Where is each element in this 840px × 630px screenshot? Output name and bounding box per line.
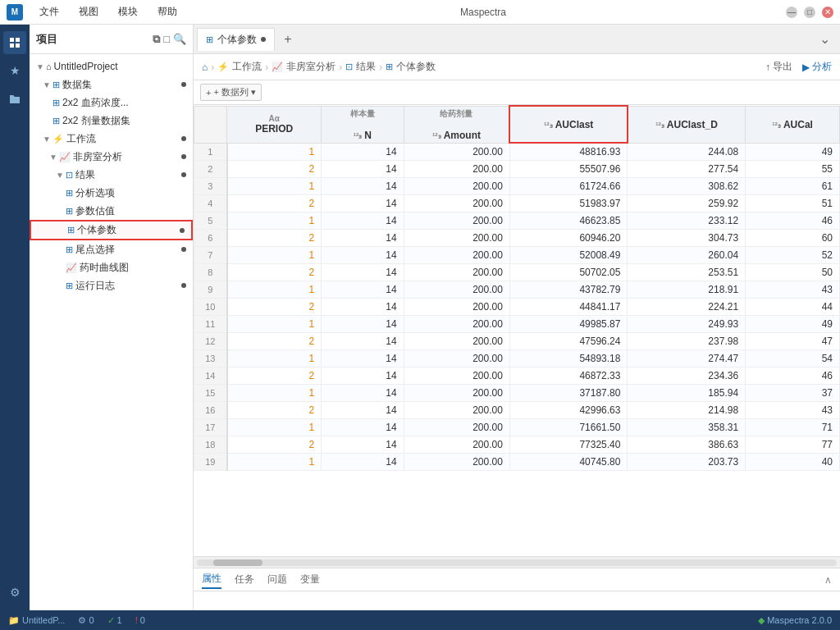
icon-sidebar: ★ ⚙ [0,25,30,610]
cell-auclast-d: 237.98 [628,333,746,350]
cell-auclast-d: 185.94 [628,385,746,402]
tree-node-tail-selection[interactable]: ⊞ 尾点选择 [30,240,193,258]
tree-node-project[interactable]: ▼ ⌂ UntitledProject [30,57,193,75]
tab-add-button[interactable]: + [276,28,299,51]
cell-amount: 200.00 [404,230,509,247]
cell-period: 2 [227,230,322,247]
tree-node-dose[interactable]: ⊞ 2x2 剂量数据集 [30,112,193,130]
table-icon: ⊞ [66,206,73,217]
table-row[interactable]: 18 2 14 200.00 77325.40 386.63 77 [194,436,840,454]
table-row[interactable]: 7 1 14 200.00 52008.49 260.04 52 [194,247,840,264]
table-row[interactable]: 17 1 14 200.00 71661.50 358.31 71 [194,419,840,436]
breadcrumb-table-icon: ⊞ [386,62,393,72]
analyze-button[interactable]: ▶ 分析 [802,60,832,74]
row-number: 1 [194,143,227,161]
col-header-aucal[interactable]: ¹²₃ AUCal [746,106,840,143]
menu-module[interactable]: 模块 [115,3,141,21]
bottom-tab-variables[interactable]: 变量 [300,571,320,588]
data-table-container[interactable]: Aα PERIOD 样本量 ¹²₃ N 给药剂量 ¹²₃ [194,105,840,556]
table-row[interactable]: 2 2 14 200.00 55507.96 277.54 55 [194,161,840,178]
col-header-auclast-d[interactable]: ¹²₃ AUClast_D [628,106,746,143]
collapse-icon[interactable]: ∧ [824,574,832,586]
cell-amount: 200.00 [404,350,509,368]
export-button[interactable]: ↑ 导出 [765,60,792,74]
scroll-track[interactable] [197,559,837,566]
cell-auclast: 47596.24 [509,333,628,350]
tab-dot [261,37,266,42]
close-button[interactable]: ✕ [822,7,833,18]
status-bar: 📁 UntitledP... ⚙ 0 ✓ 1 ! 0 ◆ Maspectra 2… [0,610,840,630]
minimize-button[interactable]: — [786,7,797,18]
table-row[interactable]: 16 2 14 200.00 42996.63 214.98 43 [194,402,840,419]
tree-node-individual-param[interactable]: ⊞ 个体参数 [30,220,193,240]
cell-n: 14 [322,385,404,402]
breadcrumb-workflow[interactable]: 工作流 [232,60,262,74]
col-header-auclast[interactable]: ¹²₃ AUClast [509,106,628,143]
bottom-tab-tasks[interactable]: 任务 [235,571,254,588]
cell-aucal: 44 [746,299,840,316]
col-header-period[interactable]: Aα PERIOD [227,106,322,143]
menu-file[interactable]: 文件 [36,3,62,21]
cell-auclast: 55507.96 [509,161,628,178]
bottom-tab-properties[interactable]: 属性 [202,570,221,589]
tree-node-pk-curve[interactable]: 📈 药时曲线图 [30,258,193,276]
table-row[interactable]: 3 1 14 200.00 61724.66 308.62 61 [194,178,840,195]
tree-node-run-log[interactable]: ⊞ 运行日志 [30,276,193,294]
sidebar-icon-star[interactable]: ★ [3,59,26,82]
menu-view[interactable]: 视图 [75,3,102,21]
breadcrumb-result[interactable]: 结果 [356,60,376,74]
cell-period: 2 [227,368,322,385]
breadcrumb-sep2: › [265,62,268,73]
table-row[interactable]: 9 1 14 200.00 43782.79 218.91 43 [194,281,840,299]
tree-node-result[interactable]: ▼ ⊡ 结果 [30,166,193,184]
col-header-amount[interactable]: 给药剂量 ¹²₃ Amount [404,106,509,143]
tree-node-nca[interactable]: ▼ 📈 非房室分析 [30,148,193,166]
svg-rect-3 [16,43,20,48]
table-row[interactable]: 4 2 14 200.00 51983.97 259.92 51 [194,195,840,212]
tree-node-concentration[interactable]: ⊞ 2x2 血药浓度... [30,94,193,112]
tree-copy-icon[interactable]: ⧉ [153,33,160,46]
tree-node-workflow[interactable]: ▼ ⚡ 工作流 [30,130,193,148]
tree-add-icon[interactable]: □ [163,33,170,46]
scroll-thumb[interactable] [213,559,262,566]
cell-auclast-d: 234.36 [628,368,746,385]
tab-menu-button[interactable]: ⌄ [813,31,837,47]
cell-auclast-d: 260.04 [628,247,746,264]
horizontal-scrollbar[interactable] [194,556,840,568]
cell-amount: 200.00 [404,212,509,230]
table-row[interactable]: 11 1 14 200.00 49985.87 249.93 49 [194,316,840,333]
tab-individual-param[interactable]: ⊞ 个体参数 [197,28,275,51]
table-row[interactable]: 19 1 14 200.00 40745.80 203.73 40 [194,454,840,471]
home-icon[interactable]: ⌂ [202,62,208,73]
tree-search-icon[interactable]: 🔍 [173,33,186,46]
table-row[interactable]: 13 1 14 200.00 54893.18 274.47 54 [194,350,840,368]
cell-n: 14 [322,316,404,333]
add-col-button[interactable]: + + 数据列 ▾ [200,84,262,101]
cell-auclast-d: 386.63 [628,436,746,454]
sidebar-icon-folder[interactable] [3,87,26,110]
table-row[interactable]: 8 2 14 200.00 50702.05 253.51 50 [194,264,840,281]
maximize-button[interactable]: □ [804,7,815,18]
sidebar-icon-settings[interactable]: ⚙ [3,581,26,604]
table-row[interactable]: 14 2 14 200.00 46872.33 234.36 46 [194,368,840,385]
table-row[interactable]: 6 2 14 200.00 60946.20 304.73 60 [194,230,840,247]
cell-aucal: 37 [746,385,840,402]
task-icon: ⚙ [78,615,86,626]
table-row[interactable]: 10 2 14 200.00 44841.17 224.21 44 [194,299,840,316]
tree-node-label: 结果 [75,168,95,182]
tree-node-analysis-options[interactable]: ⊞ 分析选项 [30,184,193,202]
table-row[interactable]: 12 2 14 200.00 47596.24 237.98 47 [194,333,840,350]
tree-node-label: 运行日志 [75,279,115,293]
cell-auclast-d: 233.12 [628,212,746,230]
col-header-n[interactable]: 样本量 ¹²₃ N [322,106,404,143]
table-row[interactable]: 1 1 14 200.00 48816.93 244.08 49 [194,143,840,161]
bottom-tab-issues[interactable]: 问题 [267,571,287,588]
status-project-name: UntitledP... [22,615,65,625]
breadcrumb-nca[interactable]: 非房室分析 [286,60,336,74]
table-row[interactable]: 5 1 14 200.00 46623.85 233.12 46 [194,212,840,230]
tree-node-param-estimate[interactable]: ⊞ 参数估值 [30,202,193,220]
tree-node-dataset[interactable]: ▼ ⊞ 数据集 [30,75,193,94]
sidebar-icon-project[interactable] [3,31,26,54]
table-row[interactable]: 15 1 14 200.00 37187.80 185.94 37 [194,385,840,402]
menu-help[interactable]: 帮助 [154,3,180,21]
